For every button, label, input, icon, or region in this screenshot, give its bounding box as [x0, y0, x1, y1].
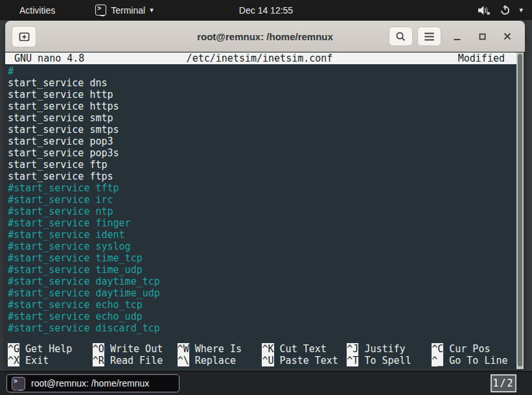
- nano-shortcut: ^C Cur Pos: [432, 343, 516, 355]
- shortcut-key: ^T: [347, 355, 358, 366]
- buffer-line: #start_service tftp: [8, 182, 516, 194]
- shortcut-key: ^J: [347, 343, 358, 355]
- app-menu-terminal[interactable]: >_ Terminal ▾: [95, 5, 153, 16]
- shortcut-label: Where Is: [189, 343, 242, 355]
- new-tab-icon: [18, 30, 30, 43]
- nano-shortcut: ^J Justify: [347, 343, 432, 355]
- minimize-icon: [453, 32, 461, 41]
- scrollbar[interactable]: [516, 53, 524, 369]
- activities-button[interactable]: Activities: [17, 4, 58, 17]
- minimize-button[interactable]: [447, 27, 467, 46]
- terminal-icon: >_: [95, 5, 106, 16]
- nano-shortcut: ^G Get Help: [8, 343, 93, 355]
- hamburger-menu-icon: [424, 32, 435, 42]
- search-button[interactable]: [389, 27, 413, 46]
- nano-shortcut: ^U Paste Text: [262, 355, 347, 366]
- buffer-line: #: [8, 66, 516, 77]
- window-titlebar[interactable]: root@remnux: /home/remnux: [5, 21, 525, 52]
- clock[interactable]: Dec 14 12:55: [239, 0, 293, 20]
- buffer-line: #start_service ident: [8, 229, 516, 241]
- buffer-line: start_service http: [8, 89, 516, 101]
- buffer-line: start_service dns: [8, 77, 516, 89]
- buffer-line: #start_service daytime_udp: [8, 287, 516, 299]
- nano-shortcut: ^K Cut Text: [262, 343, 347, 355]
- shortcut-label: Read File: [104, 355, 163, 366]
- nano-shortcut: ^O Write Out: [93, 343, 178, 355]
- shortcut-key: ^O: [93, 343, 104, 355]
- shortcut-key: ^R: [93, 355, 104, 366]
- nano-shortcut: ^\ Replace: [178, 355, 262, 366]
- terminal-icon: >_: [12, 377, 25, 390]
- buffer-line: start_service ftps: [8, 171, 516, 182]
- buffer-line: start_service https: [8, 101, 516, 112]
- nano-title-bar: GNU nano 4.8 /etc/inetsim/inetsim.conf M…: [5, 53, 516, 64]
- window-list-bar: >_ root@remnux: /home/remnux 1/2: [0, 371, 532, 395]
- nano-modified-flag: Modified: [332, 53, 516, 64]
- buffer-line: #start_service discard_tcp: [8, 322, 516, 334]
- terminal-window: root@remnux: /home/remnux: [5, 21, 525, 370]
- shortcut-label: Write Out: [104, 343, 163, 355]
- maximize-button[interactable]: [472, 27, 492, 46]
- titlebar-controls: [389, 21, 517, 52]
- nano-shortcut: ^X Exit: [8, 355, 93, 366]
- nano-shortcut: ^R Read File: [93, 355, 178, 366]
- buffer-line: start_service pop3s: [8, 147, 516, 159]
- buffer-line: start_service ftp: [8, 159, 516, 171]
- shortcut-key: ^X: [8, 355, 19, 366]
- buffer-line: start_service smtps: [8, 124, 516, 136]
- taskbar-window-label: root@remnux: /home/remnux: [31, 378, 149, 389]
- buffer-line: #start_service echo_udp: [8, 311, 516, 322]
- close-icon: [503, 32, 512, 41]
- buffer-line: #start_service syslog: [8, 241, 516, 252]
- shortcut-key: ^C: [432, 343, 443, 355]
- shortcut-label: Justify: [358, 343, 405, 355]
- buffer-line: #start_service time_tcp: [8, 252, 516, 264]
- shortcut-label: Go To Line: [443, 355, 507, 366]
- buffer-line: #start_service irc: [8, 194, 516, 206]
- buffer-line: start_service smtp: [8, 112, 516, 124]
- buffer-line: #start_service ntp: [8, 206, 516, 217]
- shortcut-label: Cut Text: [274, 343, 327, 355]
- buffer-line: start_service pop3: [8, 136, 516, 147]
- app-menu-label: Terminal: [111, 5, 145, 16]
- shortcut-label: Exit: [19, 355, 49, 366]
- nano-buffer: #start_service dnsstart_service httpstar…: [8, 66, 516, 334]
- search-icon: [395, 31, 406, 42]
- shortcut-key: ^\: [178, 355, 189, 366]
- shortcut-key: ^W: [178, 343, 189, 355]
- system-menu[interactable]: ▾: [478, 5, 532, 16]
- shortcut-label: Cur Pos: [443, 343, 490, 355]
- shortcut-label: To Spell: [358, 355, 411, 366]
- buffer-line: #start_service echo_tcp: [8, 299, 516, 311]
- window-title: root@remnux: /home/remnux: [197, 21, 333, 52]
- nano-version-label: GNU nano 4.8: [5, 53, 187, 64]
- power-icon: [500, 5, 511, 16]
- new-tab-button[interactable]: [12, 26, 36, 47]
- shortcut-key: ^G: [8, 343, 19, 355]
- shortcut-key: ^K: [262, 343, 273, 355]
- buffer-line: #start_service finger: [8, 217, 516, 229]
- terminal-screen[interactable]: GNU nano 4.8 /etc/inetsim/inetsim.conf M…: [5, 52, 525, 369]
- shortcut-key: ^_: [432, 355, 443, 366]
- top-bar: Activities >_ Terminal ▾ Dec 14 12:55 ▾: [0, 0, 532, 20]
- nano-shortcut: ^T To Spell: [347, 355, 432, 366]
- workspace-indicator[interactable]: 1/2: [491, 374, 516, 392]
- chevron-down-icon: ▾: [519, 6, 523, 14]
- shortcut-label: Paste Text: [274, 355, 338, 366]
- nano-shortcut: ^W Where Is: [178, 343, 262, 355]
- nano-file-path: /etc/inetsim/inetsim.conf: [187, 53, 333, 64]
- taskbar-window-button[interactable]: >_ root@remnux: /home/remnux: [6, 374, 179, 392]
- nano-shortcut-bar: ^G Get Help^O Write Out^W Where Is^K Cut…: [8, 343, 516, 366]
- maximize-icon: [479, 33, 486, 40]
- volume-muted-icon: [478, 5, 491, 16]
- chevron-down-icon: ▾: [150, 6, 154, 14]
- shortcut-key: ^U: [262, 355, 273, 366]
- scrollbar-thumb[interactable]: [518, 54, 522, 366]
- shortcut-label: Replace: [189, 355, 236, 366]
- nano-shortcut: ^_ Go To Line: [432, 355, 516, 366]
- close-button[interactable]: [498, 27, 517, 46]
- buffer-line: #start_service daytime_tcp: [8, 276, 516, 287]
- menu-button[interactable]: [417, 27, 441, 46]
- buffer-line: #start_service time_udp: [8, 264, 516, 276]
- shortcut-label: Get Help: [19, 343, 72, 355]
